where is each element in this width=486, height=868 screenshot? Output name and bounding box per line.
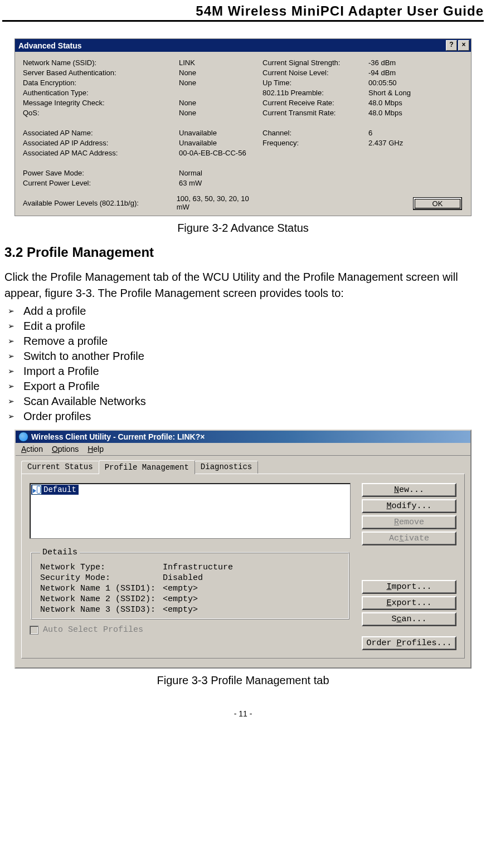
wcu-dialog: Wireless Client Utility - Current Profil… bbox=[14, 430, 472, 669]
ssid1-value: <empty> bbox=[163, 584, 198, 594]
auto-select-row: Auto Select Profiles bbox=[30, 625, 351, 635]
list-item: Remove a profile bbox=[4, 334, 484, 349]
profile-tools-list: Add a profile Edit a profile Remove a pr… bbox=[4, 304, 484, 424]
menu-action[interactable]: Action bbox=[21, 445, 43, 453]
preamble-label: 802.11b Preamble: bbox=[263, 89, 368, 97]
remove-button: Remove bbox=[362, 515, 456, 529]
tab-diagnostics[interactable]: Diagnostics bbox=[195, 461, 258, 474]
scan-button[interactable]: Scan... bbox=[362, 612, 456, 626]
auto-select-checkbox bbox=[30, 626, 38, 635]
psm-value: Normal bbox=[179, 169, 202, 177]
advanced-status-dialog: Advanced Status ? × Network Name (SSID):… bbox=[14, 38, 472, 216]
signal-value: -36 dBm bbox=[368, 58, 396, 67]
power-level-label: Current Power Level: bbox=[23, 179, 179, 187]
ssid2-label: Network Name 2 (SSID2): bbox=[40, 594, 163, 605]
close-icon[interactable]: × bbox=[200, 432, 205, 441]
ap-ip-label: Associated AP IP Address: bbox=[23, 139, 179, 147]
details-legend: Details bbox=[40, 548, 80, 557]
channel-value: 6 bbox=[368, 129, 372, 137]
power-level-value: 63 mW bbox=[179, 179, 202, 187]
tx-rate-value: 48.0 Mbps bbox=[368, 109, 402, 117]
net-type-label: Network Type: bbox=[40, 563, 163, 573]
help-icon[interactable]: ? bbox=[446, 40, 457, 51]
wcu-title: Wireless Client Utility - Current Profil… bbox=[31, 432, 196, 441]
psm-label: Power Save Mode: bbox=[23, 169, 179, 177]
tab-panel: Default Details Network Type:Infrastruct… bbox=[21, 474, 465, 659]
mic-value: None bbox=[179, 99, 196, 107]
doc-title: 54M Wireless MiniPCI Adapter User Guide bbox=[2, 0, 484, 22]
avail-power-value: 100, 63, 50, 30, 20, 10 mW bbox=[177, 194, 263, 211]
qos-value: None bbox=[179, 109, 196, 117]
list-item: Order profiles bbox=[4, 409, 484, 424]
rx-rate-label: Current Receive Rate: bbox=[263, 99, 368, 107]
ap-mac-value: 00-0A-EB-CB-CC-56 bbox=[179, 149, 246, 157]
uptime-value: 00:05:50 bbox=[368, 79, 397, 87]
ok-button[interactable]: OK bbox=[413, 197, 462, 210]
data-enc-value: None bbox=[179, 79, 196, 87]
profile-list-item[interactable]: Default bbox=[31, 485, 79, 495]
noise-value: -94 dBm bbox=[368, 69, 396, 77]
net-type-value: Infrastructure bbox=[163, 563, 233, 573]
details-group: Details Network Type:Infrastructure Secu… bbox=[31, 548, 349, 620]
ap-mac-label: Associated AP MAC Address: bbox=[23, 149, 179, 157]
ssid3-value: <empty> bbox=[163, 605, 198, 616]
channel-label: Channel: bbox=[263, 129, 368, 137]
ap-name-value: Unavailable bbox=[179, 129, 217, 137]
qos-label: QoS: bbox=[23, 109, 179, 117]
activate-button: Activate bbox=[362, 531, 456, 545]
signal-label: Current Signal Strength: bbox=[263, 58, 368, 67]
auth-type-label: Authentication Type: bbox=[23, 89, 179, 97]
help-icon[interactable]: ? bbox=[196, 432, 201, 441]
new-button[interactable]: New... bbox=[362, 483, 456, 497]
dialog-titlebar: Advanced Status ? × bbox=[15, 39, 471, 52]
app-icon bbox=[18, 432, 28, 442]
ssid-label: Network Name (SSID): bbox=[23, 58, 179, 67]
list-item: Edit a profile bbox=[4, 319, 484, 334]
section-3-2-heading: 3.2 Profile Management bbox=[4, 245, 484, 260]
intro-paragraph: Click the Profile Management tab of the … bbox=[4, 269, 482, 301]
list-item: Export a Profile bbox=[4, 379, 484, 394]
ap-ip-value: Unavailable bbox=[179, 139, 217, 147]
tab-strip: Current Status Profile Management Diagno… bbox=[21, 460, 465, 474]
menu-bar: Action Options Help bbox=[16, 443, 470, 456]
ssid3-label: Network Name 3 (SSID3): bbox=[40, 605, 163, 616]
noise-label: Current Noise Level: bbox=[263, 69, 368, 77]
tab-profile-management[interactable]: Profile Management bbox=[99, 460, 195, 474]
export-button[interactable]: Export... bbox=[362, 596, 456, 610]
server-auth-value: None bbox=[179, 69, 196, 77]
rx-rate-value: 48.0 Mbps bbox=[368, 99, 402, 107]
sec-mode-value: Disabled bbox=[163, 573, 203, 584]
list-item: Import a Profile bbox=[4, 364, 484, 379]
import-button[interactable]: Import... bbox=[362, 580, 456, 594]
auto-select-label: Auto Select Profiles bbox=[43, 625, 143, 635]
freq-value: 2.437 GHz bbox=[368, 139, 403, 147]
close-icon[interactable]: × bbox=[458, 40, 469, 51]
ok-button-label: OK bbox=[414, 198, 461, 209]
modify-button[interactable]: Modify... bbox=[362, 499, 456, 513]
figure-3-3-caption: Figure 3-3 Profile Management tab bbox=[2, 674, 484, 687]
avail-power-label: Available Power Levels (802.11b/g): bbox=[23, 199, 177, 207]
ssid1-label: Network Name 1 (SSID1): bbox=[40, 584, 163, 594]
sec-mode-label: Security Mode: bbox=[40, 573, 163, 584]
menu-options[interactable]: Options bbox=[52, 445, 79, 453]
list-item: Scan Available Networks bbox=[4, 394, 484, 409]
ap-name-label: Associated AP Name: bbox=[23, 129, 179, 137]
freq-label: Frequency: bbox=[263, 139, 368, 147]
wcu-titlebar: Wireless Client Utility - Current Profil… bbox=[16, 431, 470, 443]
profile-item-label: Default bbox=[43, 485, 76, 494]
ssid2-value: <empty> bbox=[163, 594, 198, 605]
profile-list[interactable]: Default bbox=[30, 483, 351, 539]
mic-label: Message Integrity Check: bbox=[23, 99, 179, 107]
server-auth-label: Server Based Authentication: bbox=[23, 69, 179, 77]
figure-3-2-caption: Figure 3-2 Advance Status bbox=[2, 222, 484, 235]
tab-current-status[interactable]: Current Status bbox=[21, 461, 99, 474]
page-number: - 11 - bbox=[2, 709, 484, 718]
data-enc-label: Data Encryption: bbox=[23, 79, 179, 87]
dialog-title: Advanced Status bbox=[18, 41, 82, 50]
list-item: Add a profile bbox=[4, 304, 484, 319]
profile-icon bbox=[32, 485, 42, 495]
uptime-label: Up Time: bbox=[263, 79, 368, 87]
order-profiles-button[interactable]: Order Profiles... bbox=[362, 636, 456, 650]
list-item: Switch to another Profile bbox=[4, 349, 484, 364]
menu-help[interactable]: Help bbox=[88, 445, 104, 453]
